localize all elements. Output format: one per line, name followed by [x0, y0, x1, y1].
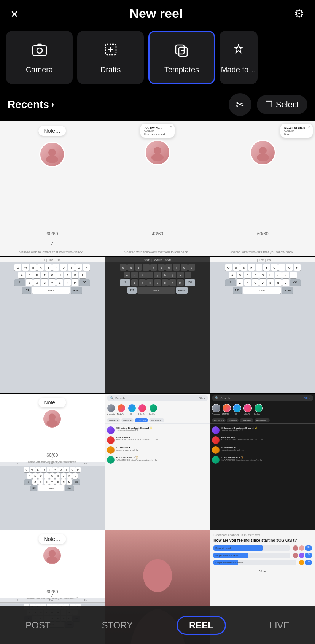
chat-search: 🔍 Search Filter: [212, 395, 313, 401]
bottom-nav: POST STORY REEL LIVE: [0, 606, 315, 644]
made-for-icon: [230, 41, 247, 62]
story-item: AMANDA 🔥: [222, 404, 231, 415]
poll-option-2: I'm yet to do a workout 18%: [213, 553, 312, 558]
svg-point-10: [46, 156, 58, 163]
avatar: [42, 409, 62, 429]
shared-text: Shared with followers that you follow ba…: [124, 250, 191, 254]
svg-point-15: [49, 413, 56, 420]
story-item: IF…: [128, 404, 136, 415]
svg-point-14: [257, 154, 269, 161]
recents-label: Recents: [8, 99, 49, 111]
svg-point-17: [49, 550, 56, 557]
grid-cell-0-0[interactable]: Note… 60/60 ♪ Shared with followers that…: [0, 121, 105, 256]
chat-tabs: Primary 6 General Channels Requests 1: [105, 417, 210, 423]
settings-icon[interactable]: ⚙: [294, 7, 304, 20]
shared-text: Shared with followers that you follow ba…: [26, 461, 78, 464]
recents-button[interactable]: Recents ›: [8, 99, 54, 111]
toolbar-right: ✂ ❐ Select: [229, 93, 307, 116]
nav-live[interactable]: LIVE: [262, 617, 297, 634]
grid-cell-2-0[interactable]: Note… 60/60 ♪ Shared with followers that…: [0, 394, 105, 530]
note-popup: ♪ A Sky Fu… Coldplay Here is some text ✕: [140, 124, 175, 138]
story-item: Paola's BodyB…: [149, 404, 158, 415]
grid-cell-1-2[interactable]: I | The | I'm QWERTYUIOP ASDFGHJKL ⇧ZXCV…: [210, 257, 315, 393]
svg-point-19: [143, 559, 172, 592]
chat-search: 🔍 Search Filter: [107, 395, 208, 401]
search-placeholder: Search: [115, 396, 125, 400]
avatar: [145, 140, 170, 165]
story-item: IF…: [233, 404, 241, 415]
chat-thumbnail: 🔍 Search Filter Your note AMANDA 🔥 IF…: [105, 394, 210, 530]
tab-templates-label: Templates: [164, 65, 199, 74]
note-body: Note…: [284, 133, 309, 135]
avatar: [39, 142, 65, 167]
tab-bar: Camera Drafts Templates Ma: [0, 27, 315, 90]
page-title: New reel: [130, 6, 183, 21]
tab-drafts-label: Drafts: [100, 65, 121, 74]
vote-button[interactable]: Vote: [213, 569, 312, 573]
avatar: [250, 140, 276, 165]
tab-channels: Channels: [135, 418, 148, 422]
grid-cell-1-1[interactable]: "text" | texture | texts qwertyuiop asdf…: [105, 257, 210, 393]
stories-row-dark: Your note AMANDA 🔥 IF… Hollie Grant… Pao…: [210, 402, 315, 417]
note-text: Note…: [39, 534, 66, 544]
tab-drafts[interactable]: Drafts: [77, 31, 144, 84]
tab-requests: Requests 1: [149, 418, 164, 422]
tab-camera-label: Camera: [26, 65, 53, 74]
message-item: PWR BABES KELSEY WELLS: GM HAPPYYY PWR S…: [210, 435, 315, 445]
tab-templates[interactable]: Templates: [148, 31, 215, 84]
select-copy-icon: ❐: [265, 100, 273, 110]
templates-icon: [173, 41, 190, 62]
close-button[interactable]: ×: [11, 7, 18, 20]
avatar: [42, 545, 62, 565]
story-item: Hollie Grant…: [243, 404, 252, 415]
svg-point-11: [154, 147, 161, 154]
scissors-button[interactable]: ✂: [229, 93, 251, 116]
tab-primary: Primary 6: [107, 418, 121, 422]
grid-cell-2-1[interactable]: 🔍 Search Filter Your note AMANDA 🔥 IF…: [105, 394, 210, 530]
drafts-icon: [102, 41, 119, 62]
story-item: Paola's BodyB…: [254, 404, 263, 415]
svg-rect-0: [33, 46, 46, 56]
nav-story[interactable]: STORY: [94, 617, 140, 634]
nav-post[interactable]: POST: [18, 617, 58, 634]
note-popup-right: M…ull of Stars Coldplay Note… ✕: [280, 124, 313, 138]
scissors-icon: ✂: [236, 99, 244, 111]
grid-cell-2-2[interactable]: 🔍 Search Filter Your note AMANDA 🔥 IF…: [210, 394, 315, 530]
stories-row: Your note AMANDA 🔥 IF… Hollie Grant… Pao…: [105, 402, 210, 417]
song-name: ♪ A Sky Fu…: [144, 126, 171, 129]
message-item: @Creators Broadcast Channel ✨ creators s…: [105, 425, 210, 435]
story-item: Your note: [212, 404, 220, 415]
grid-cell-0-1[interactable]: ♪ A Sky Fu… Coldplay Here is some text ✕…: [105, 121, 210, 256]
message-item: TEAM OG KAYLA 🏋️ KAYLA ITSINES: https://…: [210, 455, 315, 464]
tab-made-for-label: Made fo…: [221, 65, 256, 74]
nav-reel[interactable]: REEL: [177, 616, 226, 635]
filter-button: Filter: [199, 396, 205, 400]
svg-point-18: [47, 557, 58, 563]
svg-point-13: [259, 147, 267, 154]
tab-general: General: [121, 418, 133, 422]
artist-name: Coldplay: [284, 129, 309, 132]
story-item: AMANDA 🔥: [117, 404, 126, 415]
grid-cell-0-2[interactable]: M…ull of Stars Coldplay Note… ✕ 60/60 Sh…: [210, 121, 315, 256]
counter-text: 60/60: [46, 231, 58, 237]
message-item: IG Updates ✦ mosseri created a poll · 1w: [210, 445, 315, 455]
counter-text: 60/60: [257, 231, 269, 237]
svg-point-1: [37, 48, 42, 53]
message-item: PWR BABES KELSEY WELLS: GM HAPPYYY PWR S…: [105, 435, 210, 445]
grid-cell-1-0[interactable]: I | The | I'm QWERTYUIOP ASDFGHJKL ⇧ZXCV…: [0, 257, 105, 393]
tab-camera[interactable]: Camera: [6, 31, 73, 84]
message-item: IG Updates ✦ mosseri created a poll · 1w: [105, 445, 210, 455]
poll-option-1: Proud of myself 23%: [213, 545, 312, 551]
select-label: Select: [276, 100, 299, 110]
message-item: @Creators Broadcast Channel ✨ creators s…: [210, 425, 315, 435]
select-button[interactable]: ❐ Select: [257, 95, 307, 114]
tab-made-for[interactable]: Made fo…: [220, 31, 258, 84]
message-item: TEAM OG KAYLA 🏋️ KAYLA ITSINES: https://…: [105, 455, 210, 464]
chat-thumbnail-dark: 🔍 Search Filter Your note AMANDA 🔥 IF…: [210, 394, 315, 530]
note-text: Note…: [39, 398, 66, 407]
story-item: Hollie Grant…: [138, 404, 147, 415]
poll-channel: Broadcast channel · 38K members: [213, 533, 312, 537]
svg-point-16: [47, 420, 58, 427]
counter-text: 43/60: [152, 231, 163, 237]
svg-point-9: [48, 149, 56, 156]
